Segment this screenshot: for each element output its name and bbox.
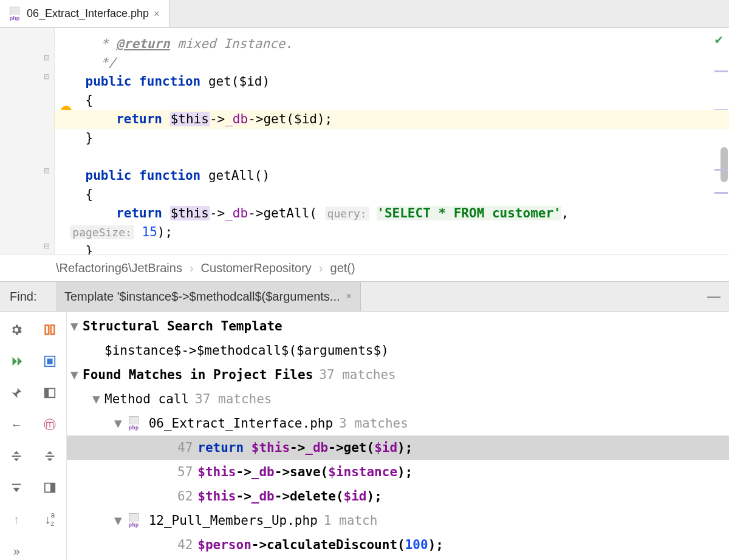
- preview-icon[interactable]: [33, 472, 67, 504]
- open-in-find-icon[interactable]: [33, 314, 67, 346]
- layout-icon[interactable]: [33, 377, 67, 409]
- fold-icon[interactable]: ⊟: [44, 166, 50, 175]
- tree-match[interactable]: 42 $person->calculateDiscount(100);: [67, 533, 729, 557]
- fold-icon[interactable]: ⊟: [44, 242, 50, 250]
- editor-gutter: ⊟ ⊟ ⊟ ⊟: [0, 28, 55, 254]
- tab-bar: php 06_Extract_Interface.php ×: [0, 0, 729, 28]
- breadcrumb-part[interactable]: \Refactoring6\JetBrains: [56, 261, 182, 275]
- expand-all-button[interactable]: [0, 440, 33, 472]
- chevron-right-icon: ›: [190, 261, 194, 275]
- up-button[interactable]: ↑: [0, 504, 33, 535]
- prev-occurrence-button[interactable]: [0, 472, 33, 504]
- close-icon[interactable]: ×: [154, 9, 159, 19]
- find-toolwindow-body: ← ⓜ ↑ ↓az » ▼ Structural Search Template…: [0, 312, 729, 560]
- chevron-down-icon[interactable]: ▼: [114, 513, 126, 528]
- fold-icon[interactable]: ⊟: [44, 53, 50, 62]
- find-results-tree[interactable]: ▼ Structural Search Template $instance$-…: [67, 312, 729, 560]
- tree-template-row[interactable]: $instance$->$methodcall$($arguments$): [67, 338, 729, 363]
- code-line: */: [55, 53, 729, 72]
- tree-file[interactable]: ▼ php 12_Pull_Members_Up.php 1 match: [67, 508, 729, 533]
- tab-title: 06_Extract_Interface.php: [27, 7, 149, 20]
- method-icon[interactable]: ⓜ: [33, 409, 67, 440]
- minimize-icon[interactable]: —: [707, 289, 720, 304]
- find-tab-title: Template '$instance$->$methodcall$($argu…: [64, 290, 340, 304]
- code-line: {: [55, 91, 729, 110]
- editor-tab[interactable]: php 06_Extract_Interface.php ×: [0, 0, 169, 27]
- find-label: Find:: [0, 290, 56, 304]
- svg-rect-3: [45, 389, 49, 398]
- chevron-down-icon[interactable]: ▼: [114, 416, 126, 431]
- code-line: }: [55, 242, 729, 254]
- stop-button[interactable]: [33, 346, 67, 377]
- svg-rect-1: [47, 359, 52, 363]
- svg-rect-5: [50, 483, 55, 493]
- tree-match[interactable]: 47 return $this->_db->get($id);: [67, 435, 729, 460]
- tree-header[interactable]: ▼ Found Matches in Project Files 37 matc…: [67, 363, 729, 387]
- more-button[interactable]: »: [0, 535, 33, 560]
- tree-group[interactable]: ▼ Method call 37 matches: [67, 387, 729, 411]
- tree-file[interactable]: ▼ php 06_Extract_Interface.php 3 matches: [67, 411, 729, 435]
- chevron-down-icon[interactable]: ▼: [92, 392, 104, 406]
- find-results-tab[interactable]: Template '$instance$->$methodcall$($argu…: [56, 282, 361, 311]
- sort-icon[interactable]: ↓az: [33, 504, 67, 535]
- editor-area[interactable]: ⊟ ⊟ ⊟ ⊟ ✔ * @return mixed Instance. */ p…: [0, 28, 729, 254]
- chevron-right-icon: ›: [319, 261, 323, 275]
- back-button[interactable]: ←: [0, 409, 33, 440]
- code-line-highlighted: return $this->_db->get($id);: [55, 110, 729, 129]
- php-file-icon: php: [126, 416, 141, 431]
- code-line: * @return mixed Instance.: [55, 35, 729, 53]
- rerun-button[interactable]: [0, 346, 33, 377]
- tree-match[interactable]: 57 $this->_db->save($instance);: [67, 460, 729, 484]
- breadcrumb[interactable]: \Refactoring6\JetBrains › CustomerReposi…: [0, 254, 729, 281]
- code-line: }: [55, 129, 729, 148]
- fold-icon[interactable]: ⊟: [44, 72, 50, 81]
- chevron-down-icon[interactable]: ▼: [70, 367, 83, 382]
- code-line: public function getAll(): [55, 166, 729, 185]
- breadcrumb-part[interactable]: CustomerRepository: [201, 261, 312, 275]
- code-line: pageSize: 15);: [55, 223, 729, 242]
- tree-header[interactable]: ▼ Structural Search Template: [67, 314, 729, 338]
- tree-match[interactable]: 62 $this->_db->delete($id);: [67, 484, 729, 508]
- code-line: {: [55, 185, 729, 204]
- close-icon[interactable]: ×: [346, 291, 352, 302]
- find-toolwindow-header: Find: Template '$instance$->$methodcall$…: [0, 281, 729, 312]
- php-file-icon: php: [126, 513, 141, 528]
- code-line: return $this->_db->getAll( query: 'SELEC…: [55, 204, 729, 223]
- chevron-down-icon[interactable]: ▼: [70, 319, 83, 333]
- collapse-all-button[interactable]: [33, 440, 67, 472]
- php-file-icon: php: [7, 7, 22, 21]
- settings-button[interactable]: [0, 314, 33, 346]
- breadcrumb-part[interactable]: get(): [330, 261, 355, 275]
- pin-button[interactable]: [0, 377, 33, 409]
- code-line: public function get($id): [55, 72, 729, 91]
- code-surface[interactable]: ✔ * @return mixed Instance. */ public fu…: [55, 28, 729, 254]
- find-side-toolbar: ← ⓜ ↑ ↓az »: [0, 312, 67, 560]
